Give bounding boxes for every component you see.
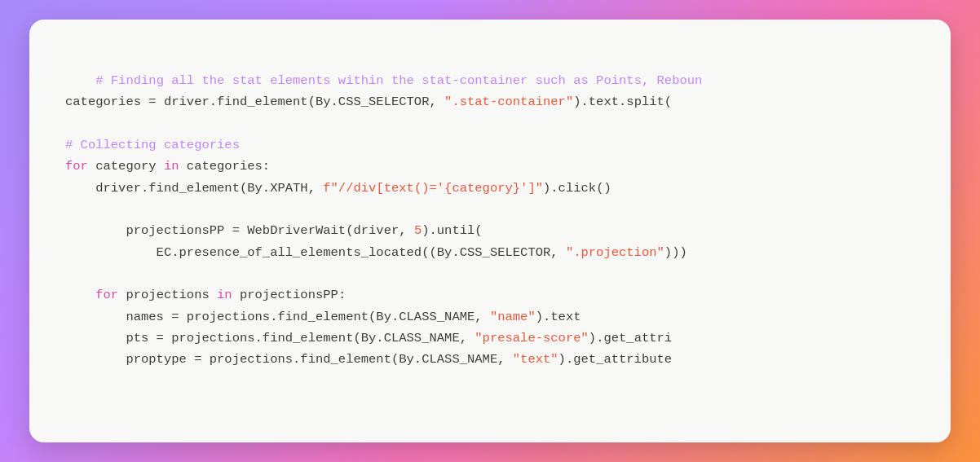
keyword-for-2: for	[95, 288, 118, 302]
code-block: # Finding all the stat elements within t…	[65, 49, 915, 414]
line-pts: pts = projections.find_element(By.CLASS_…	[65, 331, 672, 345]
line-driver-find-xpath: driver.find_element(By.XPATH, f"//div[te…	[65, 181, 611, 196]
comment-finding-all: # Finding all the stat elements within t…	[95, 73, 702, 88]
string-projection: ".projection"	[566, 245, 664, 260]
code-categories-line: categories = driver.find_element(By.CSS_…	[65, 95, 444, 109]
line-1: # Finding all the stat elements within t…	[95, 73, 702, 88]
keyword-for-1: for	[65, 159, 88, 174]
string-text: "text"	[513, 352, 558, 367]
string-stat-container: ".stat-container"	[444, 95, 573, 109]
line-projections-pp: projectionsPP = WebDriverWait(driver, 5)…	[65, 223, 483, 238]
comment-collecting: # Collecting categories	[65, 138, 240, 152]
line-for-category: for category in categories:	[65, 159, 270, 174]
line-for-projections: for projections in projectionsPP:	[65, 288, 346, 302]
string-presale-score: "presale-score"	[475, 331, 589, 345]
line-comment-collecting: # Collecting categories	[65, 138, 240, 152]
line-proptype: proptype = projections.find_element(By.C…	[65, 352, 672, 367]
line-names: names = projections.find_element(By.CLAS…	[65, 310, 581, 324]
line-ec-presence: EC.presence_of_all_elements_located((By.…	[65, 245, 687, 260]
keyword-in-1: in	[164, 159, 179, 174]
number-5: 5	[414, 223, 422, 238]
string-name: "name"	[490, 310, 536, 324]
line-2: categories = driver.find_element(By.CSS_…	[65, 95, 672, 109]
code-card: # Finding all the stat elements within t…	[29, 20, 951, 443]
string-xpath: f"//div[text()='{category}']"	[323, 181, 543, 196]
keyword-in-2: in	[217, 288, 232, 302]
